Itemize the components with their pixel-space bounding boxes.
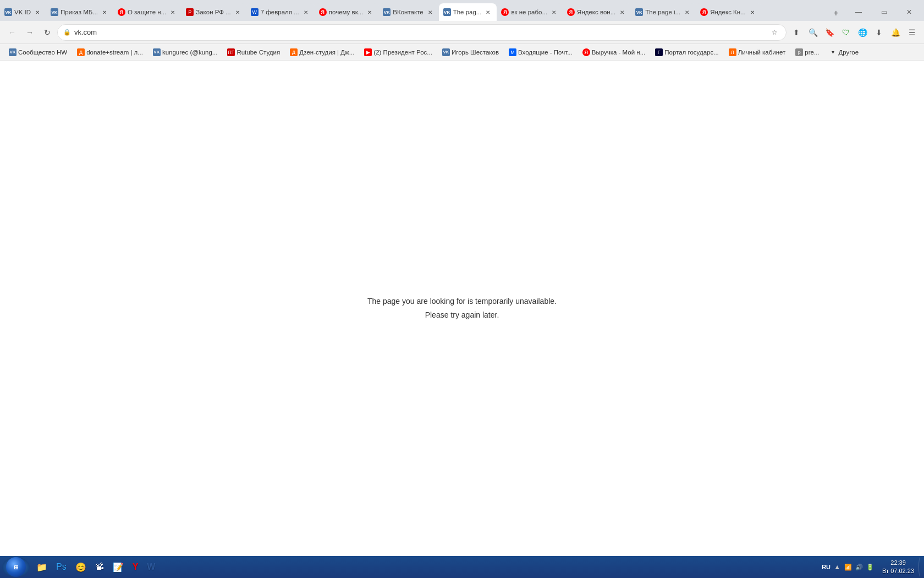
new-tab-button[interactable]: + — [828, 6, 844, 21]
extension-guard-icon[interactable]: 🛡 — [838, 25, 854, 40]
tab-fevral-label: 7 февраля ... — [261, 9, 299, 15]
globe-icon[interactable]: 🌐 — [855, 25, 870, 40]
bookmark-favicon: ▶ — [364, 48, 372, 56]
menu-button[interactable]: ☰ — [904, 25, 920, 40]
tab-vkid-close[interactable]: ✕ — [33, 8, 42, 17]
toolbar: ← → ↻ 🔒 vk.com ☆ ⬆ 🔍 🔖 🛡 🌐 ⬇ 🔔 ☰ — [0, 21, 924, 44]
bookmark-дзен-студия-|-дж...[interactable]: ДДзен-студия | Дж... — [285, 47, 359, 58]
tab-vkid-favicon: VK — [4, 8, 12, 16]
clock-area[interactable]: 22:39 Вт 07.02.23 — [878, 558, 919, 577]
bookmark-(2)-президент-рос...[interactable]: ▶(2) Президент Рос... — [360, 47, 437, 58]
address-bar-right: ☆ — [768, 26, 780, 39]
tab-pochemu-favicon: Я — [319, 8, 327, 16]
start-button[interactable]: ⊞ — [2, 557, 30, 577]
tab-vkne[interactable]: Явк не рабо...✕ — [497, 3, 563, 21]
tab-yandex-kb[interactable]: ЯЯндекс Кн...✕ — [696, 3, 761, 21]
tab-prikaz-close[interactable]: ✕ — [100, 8, 109, 17]
tab-thepage2-label: The page i... — [645, 9, 680, 15]
tab-yandex-vop[interactable]: ЯЯндекс вон...✕ — [563, 3, 631, 21]
bookmark-сообщество-hw[interactable]: VKСообщество HW — [4, 47, 72, 58]
bookmark-label: (2) Президент Рос... — [373, 49, 432, 56]
taskbar: ⊞ 📁 Ps 😊 📽 📝 Y W RU ▲ 📶 🔊 — [0, 556, 924, 578]
back-button[interactable]: ← — [4, 25, 20, 40]
tab-zakon-close[interactable]: ✕ — [233, 8, 242, 17]
lang-indicator[interactable]: RU — [822, 563, 831, 571]
show-desktop-button[interactable] — [919, 557, 922, 577]
bookmark-favicon: М — [509, 48, 516, 56]
collection-button[interactable]: 🔖 — [822, 25, 837, 40]
tab-ozaschite-close[interactable]: ✕ — [168, 8, 177, 17]
bookmark-другое[interactable]: ▾Другое — [825, 47, 864, 58]
notifications-button[interactable]: 🔔 — [888, 25, 903, 40]
bookmark-label: pre... — [805, 49, 819, 56]
tab-fevral-close[interactable]: ✕ — [301, 8, 310, 17]
share-button[interactable]: ⬆ — [789, 25, 804, 40]
bookmark-label: Дзен-студия | Дж... — [299, 49, 354, 56]
tab-thepage-label: The pag... — [453, 9, 482, 15]
error-line2: Please try again later. — [367, 308, 557, 322]
minimize-button[interactable]: — — [846, 3, 871, 21]
bookmark-label: donate+stream | л... — [86, 49, 143, 56]
close-button[interactable]: ✕ — [897, 3, 922, 21]
tab-yandex-vop-favicon: Я — [567, 8, 575, 16]
tab-fevral-favicon: W — [251, 8, 258, 16]
tab-vkontakte[interactable]: VKВКонтакте✕ — [378, 3, 438, 21]
tab-thepage-close[interactable]: ✕ — [483, 8, 492, 17]
bookmark-label: Личный кабинет — [738, 49, 786, 56]
search-button[interactable]: 🔍 — [805, 25, 821, 40]
tab-vkid[interactable]: VKVK ID✕ — [0, 3, 46, 21]
tab-zakon-label: Закон РФ ... — [196, 9, 231, 15]
bookmark-портал-государс...[interactable]: ГПортал государс... — [651, 47, 723, 58]
taskbar-video-button[interactable]: 📽 — [91, 558, 108, 576]
tab-ozaschite[interactable]: ЯО защите н...✕ — [113, 3, 182, 21]
taskbar-yandex-button[interactable]: Y — [128, 558, 143, 576]
taskbar-word-button[interactable]: W — [142, 558, 160, 576]
clock-date: Вт 07.02.23 — [882, 567, 914, 575]
bookmark-label: Rutube Студия — [237, 49, 280, 56]
tab-thepage[interactable]: VKThe pag...✕ — [439, 3, 497, 21]
bookmark-rutube-студия[interactable]: RTRutube Студия — [223, 47, 284, 58]
forward-button[interactable]: → — [22, 25, 37, 40]
volume-icon[interactable]: 🔊 — [855, 563, 864, 571]
bookmark-входящие---почт...[interactable]: МВходящие - Почт... — [504, 47, 577, 58]
tab-yandex-kb-close[interactable]: ✕ — [748, 8, 757, 17]
tab-thepage2-close[interactable]: ✕ — [683, 8, 691, 17]
tab-pochemu-close[interactable]: ✕ — [365, 8, 374, 17]
tab-pochemu[interactable]: Япочему вк...✕ — [315, 3, 378, 21]
bookmark-star-icon[interactable]: ☆ — [768, 26, 780, 39]
tab-yandex-vop-label: Яндекс вон... — [577, 9, 615, 15]
tab-zakon[interactable]: РЗакон РФ ...✕ — [182, 3, 246, 21]
battery-icon[interactable]: 🔋 — [866, 563, 875, 571]
bookmark-favicon: p — [795, 48, 803, 56]
bookmark-favicon: VK — [442, 48, 450, 56]
bookmark-favicon: Г — [655, 48, 663, 56]
show-hidden-tray[interactable]: ▲ — [833, 563, 842, 571]
toolbar-right: ⬆ 🔍 🔖 🛡 🌐 ⬇ 🔔 ☰ — [789, 25, 920, 40]
bookmark-игорь-шестаков[interactable]: VKИгорь Шестаков — [438, 47, 503, 58]
tab-prikaz[interactable]: VKПриказ МБ...✕ — [46, 3, 113, 21]
tab-vkontakte-close[interactable]: ✕ — [426, 8, 435, 17]
taskbar-explorer-button[interactable]: 📁 — [32, 558, 52, 576]
taskbar-emoji-button[interactable]: 😊 — [71, 558, 91, 576]
bookmark-kungurec-(@kung...[interactable]: VKkungurec (@kung... — [148, 47, 222, 58]
refresh-button[interactable]: ↻ — [40, 25, 55, 40]
maximize-button[interactable]: ▭ — [871, 3, 897, 21]
taskbar-ps-button[interactable]: Ps — [52, 558, 71, 576]
downloads-button[interactable]: ⬇ — [871, 25, 887, 40]
tab-thepage2-favicon: VK — [635, 8, 643, 16]
network-icon[interactable]: 📶 — [844, 563, 853, 571]
bookmark-личный-кабинет[interactable]: ЛЛичный кабинет — [724, 47, 790, 58]
error-message: The page you are looking for is temporar… — [367, 295, 557, 322]
bookmarks-bar: VKСообщество HWДdonate+stream | л...VKku… — [0, 44, 924, 61]
tab-thepage2[interactable]: VKThe page i...✕ — [631, 3, 696, 21]
bookmark-pre...[interactable]: ppre... — [791, 47, 823, 58]
tab-vkne-favicon: Я — [501, 8, 509, 16]
bookmark-выручка---мой-н...[interactable]: ЯВыручка - Мой н... — [578, 47, 650, 58]
bookmark-donate+stream-|-л...[interactable]: Дdonate+stream | л... — [73, 47, 147, 58]
tab-prikaz-favicon: VK — [51, 8, 58, 16]
tab-vkne-close[interactable]: ✕ — [549, 8, 558, 17]
address-bar[interactable]: 🔒 vk.com ☆ — [57, 24, 787, 41]
tab-fevral[interactable]: W7 февраля ...✕ — [246, 3, 315, 21]
taskbar-notes-button[interactable]: 📝 — [108, 558, 128, 576]
tab-yandex-vop-close[interactable]: ✕ — [618, 8, 626, 17]
